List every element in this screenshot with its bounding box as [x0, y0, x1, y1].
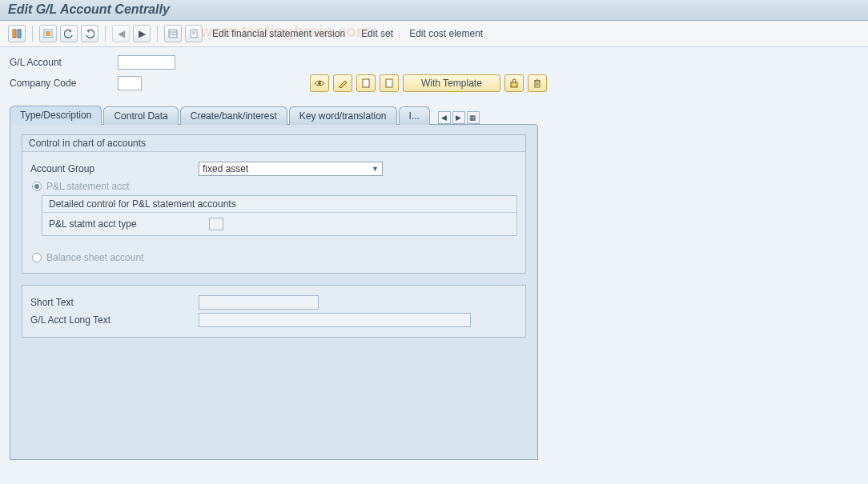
svg-rect-3	[46, 31, 50, 36]
group-control-chart-accounts: Control in chart of accounts Account Gro…	[22, 134, 526, 274]
other-object-icon[interactable]	[39, 25, 57, 42]
delete-icon[interactable]	[528, 74, 547, 92]
short-text-input[interactable]	[199, 295, 319, 310]
svg-rect-4	[169, 30, 177, 38]
undo-icon[interactable]	[60, 25, 78, 42]
tab-more[interactable]: I...	[399, 106, 430, 125]
subgroup-pl-detail: Detailed control for P&L statement accou…	[42, 195, 517, 236]
tab-type-description[interactable]: Type/Description	[10, 106, 102, 125]
account-group-label: Account Group	[30, 163, 191, 174]
gl-account-label: G/L Account	[10, 57, 110, 68]
edit-fsv-link[interactable]: Edit financial statement version	[206, 25, 352, 42]
tab-headers: Type/Description Control Data Create/ban…	[10, 105, 858, 124]
create-ref-icon[interactable]	[380, 74, 399, 92]
svg-point-10	[318, 82, 321, 85]
with-template-button[interactable]: With Template	[403, 74, 500, 92]
toggle-icon[interactable]	[8, 25, 26, 42]
header-fields: G/L Account Company Code With Template	[0, 47, 868, 97]
long-text-input[interactable]	[199, 313, 471, 327]
radio-icon	[32, 182, 42, 191]
edit-set-link[interactable]: Edit set	[355, 25, 400, 42]
tab-keyword-translation[interactable]: Key word/translation	[289, 106, 397, 125]
where-used-icon[interactable]	[185, 25, 203, 42]
radio-icon	[32, 253, 42, 262]
change-icon[interactable]	[333, 74, 352, 92]
separator	[157, 26, 158, 42]
svg-rect-13	[511, 82, 517, 87]
app-toolbar: ◀ ▶ Edit financial statement version Edi…	[0, 21, 868, 47]
radio-pl-label: P&L statement acct	[46, 181, 130, 192]
pl-type-label: P&L statmt acct type	[49, 218, 201, 230]
long-text-label: G/L Acct Long Text	[30, 314, 191, 326]
separator	[105, 26, 106, 42]
svg-rect-11	[363, 79, 369, 87]
gl-account-input[interactable]	[118, 55, 175, 70]
separator	[32, 26, 33, 42]
tab-scroll-left-icon[interactable]: ◀	[438, 111, 451, 124]
next-icon[interactable]: ▶	[133, 25, 151, 42]
tabstrip: Type/Description Control Data Create/ban…	[10, 105, 858, 460]
group-texts: Short Text G/L Acct Long Text	[22, 285, 526, 338]
create-icon[interactable]	[356, 74, 376, 92]
tab-scroll-right-icon[interactable]: ▶	[452, 111, 465, 124]
tab-control-data[interactable]: Control Data	[103, 106, 178, 125]
radio-bs-label: Balance sheet account	[46, 252, 143, 263]
display-icon[interactable]	[310, 74, 329, 92]
account-group-value: fixed asset	[203, 163, 248, 174]
svg-rect-14	[535, 81, 540, 87]
company-code-input[interactable]	[118, 76, 142, 90]
svg-rect-1	[18, 30, 21, 38]
action-buttons: With Template	[310, 74, 547, 92]
edit-cost-element-link[interactable]: Edit cost element	[403, 25, 489, 42]
tab-panel-type-description: Control in chart of accounts Account Gro…	[10, 124, 538, 460]
redo-icon[interactable]	[81, 25, 98, 42]
chevron-down-icon: ▼	[372, 165, 379, 173]
account-group-select[interactable]: fixed asset ▼	[199, 162, 383, 176]
tab-list-icon[interactable]: ▦	[467, 111, 480, 124]
lock-icon[interactable]	[504, 74, 524, 92]
short-text-label: Short Text	[30, 297, 191, 308]
svg-rect-0	[13, 30, 16, 38]
subgroup-title: Detailed control for P&L statement accou…	[42, 196, 516, 213]
display-change-icon[interactable]	[164, 25, 182, 42]
page-title: Edit G/L Account Centrally	[8, 2, 860, 17]
radio-balance-sheet[interactable]: Balance sheet account	[32, 252, 517, 263]
company-code-label: Company Code	[10, 78, 110, 89]
svg-rect-12	[386, 79, 392, 87]
title-bar: Edit G/L Account Centrally	[0, 0, 868, 21]
prev-icon[interactable]: ◀	[112, 25, 130, 42]
radio-pl-statement[interactable]: P&L statement acct	[32, 181, 517, 192]
group-title: Control in chart of accounts	[22, 135, 525, 152]
tab-nav: ◀ ▶ ▦	[438, 111, 480, 124]
pl-type-input[interactable]	[209, 218, 223, 230]
tab-create-bank-interest[interactable]: Create/bank/interest	[180, 106, 287, 125]
